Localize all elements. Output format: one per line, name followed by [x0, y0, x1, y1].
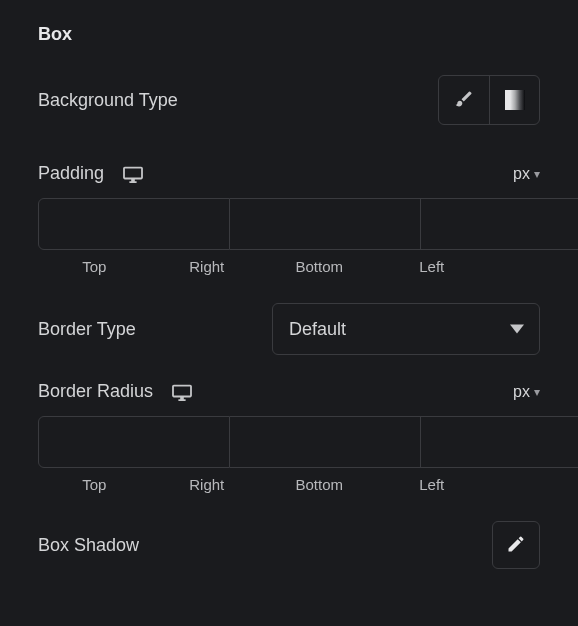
padding-bottom-input[interactable]: [421, 198, 578, 250]
section-title: Box: [38, 24, 540, 45]
padding-left-label: Left: [376, 258, 489, 275]
desktop-icon[interactable]: [171, 383, 193, 401]
box-shadow-label: Box Shadow: [38, 535, 139, 556]
background-classic-button[interactable]: [439, 76, 489, 124]
chevron-down-icon: ▾: [534, 385, 540, 399]
background-type-row: Background Type: [38, 75, 540, 125]
border-type-select[interactable]: Default: [272, 303, 540, 355]
chevron-down-icon: ▾: [534, 167, 540, 181]
padding-bottom-label: Bottom: [263, 258, 376, 275]
padding-inputs: [38, 198, 540, 250]
padding-unit: px: [513, 165, 530, 183]
border-radius-inputs: [38, 416, 540, 468]
box-shadow-row: Box Shadow: [38, 521, 540, 569]
padding-right-label: Right: [151, 258, 264, 275]
desktop-icon[interactable]: [122, 165, 144, 183]
border-radius-right-label: Right: [151, 476, 264, 493]
border-radius-bottom-input[interactable]: [421, 416, 578, 468]
pencil-icon: [506, 534, 526, 557]
border-radius-unit: px: [513, 383, 530, 401]
border-radius-left-label: Left: [376, 476, 489, 493]
padding-right-input[interactable]: [230, 198, 421, 250]
padding-top-label: Top: [38, 258, 151, 275]
background-gradient-button[interactable]: [489, 76, 539, 124]
border-radius-unit-selector[interactable]: px ▾: [513, 383, 540, 401]
border-radius-right-input[interactable]: [230, 416, 421, 468]
border-radius-row: Border Radius px ▾: [38, 381, 540, 402]
border-radius-top-input[interactable]: [38, 416, 230, 468]
border-radius-top-label: Top: [38, 476, 151, 493]
border-type-row: Border Type Default: [38, 303, 540, 355]
padding-side-labels: Top Right Bottom Left: [38, 258, 540, 275]
padding-top-input[interactable]: [38, 198, 230, 250]
brush-icon: [454, 89, 474, 112]
border-radius-label: Border Radius: [38, 381, 153, 402]
background-type-label: Background Type: [38, 90, 178, 111]
padding-unit-selector[interactable]: px ▾: [513, 165, 540, 183]
background-type-group: [438, 75, 540, 125]
padding-row: Padding px ▾: [38, 163, 540, 184]
border-radius-bottom-label: Bottom: [263, 476, 376, 493]
box-shadow-edit-button[interactable]: [492, 521, 540, 569]
border-radius-side-labels: Top Right Bottom Left: [38, 476, 540, 493]
border-type-label: Border Type: [38, 319, 136, 340]
gradient-icon: [505, 90, 525, 110]
padding-label: Padding: [38, 163, 104, 184]
